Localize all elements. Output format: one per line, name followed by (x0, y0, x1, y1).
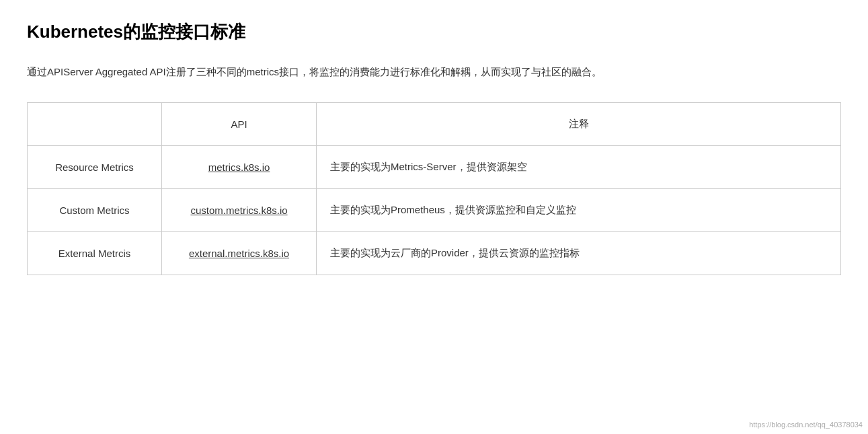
row-name-0: Resource Metrics (28, 146, 162, 189)
row-api-1[interactable]: custom.metrics.k8s.io (162, 189, 317, 232)
metrics-table: API 注释 Resource Metricsmetrics.k8s.io主要的… (27, 102, 841, 275)
row-name-1: Custom Metrics (28, 189, 162, 232)
row-note-0: 主要的实现为Metrics-Server，提供资源架空 (317, 146, 841, 189)
row-note-2: 主要的实现为云厂商的Provider，提供云资源的监控指标 (317, 232, 841, 275)
col-header-note: 注释 (317, 103, 841, 146)
page-title: Kubernetes的监控接口标准 (27, 20, 841, 44)
page-description: 通过APIServer Aggregated API注册了三种不同的metric… (27, 63, 841, 81)
col-header-name (28, 103, 162, 146)
table-row: Resource Metricsmetrics.k8s.io主要的实现为Metr… (28, 146, 841, 189)
row-note-1: 主要的实现为Prometheus，提供资源监控和自定义监控 (317, 189, 841, 232)
row-api-2[interactable]: external.metrics.k8s.io (162, 232, 317, 275)
table-row: External Metrcisexternal.metrics.k8s.io主… (28, 232, 841, 275)
row-api-0[interactable]: metrics.k8s.io (162, 146, 317, 189)
row-name-2: External Metrcis (28, 232, 162, 275)
watermark: https://blog.csdn.net/qq_40378034 (749, 421, 863, 429)
table-row: Custom Metricscustom.metrics.k8s.io主要的实现… (28, 189, 841, 232)
col-header-api: API (162, 103, 317, 146)
